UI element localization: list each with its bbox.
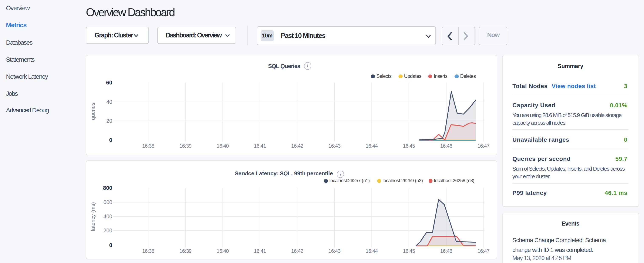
svg-text:200: 200 xyxy=(103,227,112,233)
svg-text:latency (ms): latency (ms) xyxy=(90,202,96,231)
svg-text:16:42: 16:42 xyxy=(291,248,304,254)
svg-text:16:46: 16:46 xyxy=(440,143,452,149)
svg-text:16:44: 16:44 xyxy=(366,143,378,149)
svg-text:16:38: 16:38 xyxy=(142,248,154,254)
svg-text:16:43: 16:43 xyxy=(328,248,340,254)
svg-text:0: 0 xyxy=(109,137,112,143)
svg-text:16:45: 16:45 xyxy=(403,248,415,254)
svg-text:0: 0 xyxy=(109,242,112,248)
svg-text:16:39: 16:39 xyxy=(180,143,192,149)
svg-text:16:45: 16:45 xyxy=(403,143,415,149)
svg-text:600: 600 xyxy=(103,199,112,205)
svg-text:queries: queries xyxy=(90,103,96,120)
svg-text:400: 400 xyxy=(103,213,112,219)
svg-text:16:39: 16:39 xyxy=(180,248,192,254)
svg-text:16:47: 16:47 xyxy=(478,143,490,149)
svg-text:16:42: 16:42 xyxy=(291,143,304,149)
svg-text:16:44: 16:44 xyxy=(366,248,378,254)
svg-text:16:38: 16:38 xyxy=(142,143,154,149)
svg-text:20: 20 xyxy=(106,118,112,124)
svg-text:16:47: 16:47 xyxy=(478,248,490,254)
svg-text:16:41: 16:41 xyxy=(254,143,266,149)
svg-text:16:43: 16:43 xyxy=(328,143,340,149)
svg-text:800: 800 xyxy=(103,185,112,191)
svg-text:16:46: 16:46 xyxy=(440,248,452,254)
svg-text:16:41: 16:41 xyxy=(254,248,266,254)
svg-text:60: 60 xyxy=(106,79,112,86)
svg-text:40: 40 xyxy=(106,99,112,105)
svg-text:16:40: 16:40 xyxy=(217,143,229,149)
svg-text:16:40: 16:40 xyxy=(217,248,229,254)
